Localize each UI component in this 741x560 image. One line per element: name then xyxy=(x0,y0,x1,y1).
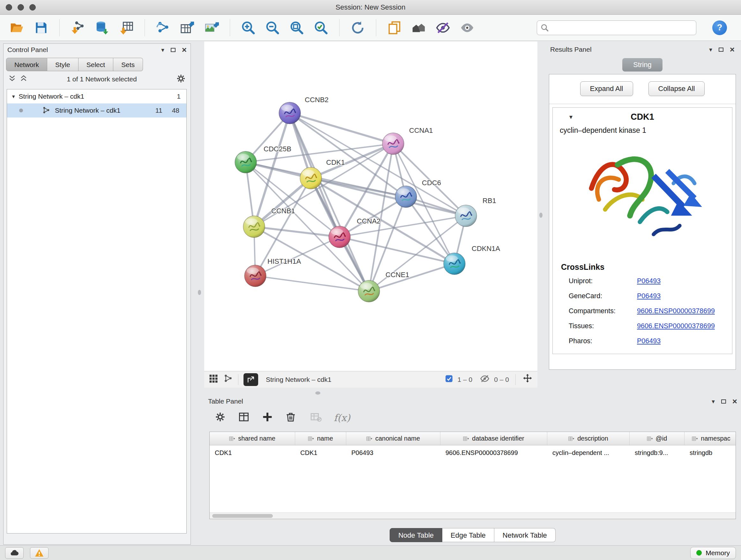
section-collapse-icon[interactable]: ▾ xyxy=(569,113,572,121)
birdseye-view-button[interactable] xyxy=(244,373,258,386)
export-image-button[interactable] xyxy=(203,19,220,37)
control-panel-float-icon[interactable] xyxy=(171,48,176,52)
control-panel-collapse-icon[interactable]: ▾ xyxy=(161,46,164,54)
show-columns-icon[interactable] xyxy=(238,411,250,424)
help-button[interactable]: ? xyxy=(712,20,727,35)
column-header-shared-name[interactable]: shared name xyxy=(210,432,295,445)
zoom-selected-button[interactable] xyxy=(313,19,330,37)
tab-node-table[interactable]: Node Table xyxy=(390,528,442,542)
edge-HIST1H1A-CCNE1[interactable] xyxy=(255,276,369,291)
edge-CCNB1-CCNA2[interactable] xyxy=(254,227,340,237)
save-session-button[interactable] xyxy=(32,19,50,37)
network-node-CCNB1[interactable]: CCNB1 xyxy=(243,207,295,238)
search-input[interactable] xyxy=(537,20,696,35)
function-builder-icon[interactable]: f(x) xyxy=(334,412,350,423)
control-panel-close-icon[interactable]: × xyxy=(182,47,187,53)
tab-style[interactable]: Style xyxy=(47,58,78,71)
results-panel-collapse-icon[interactable]: ▾ xyxy=(709,46,712,53)
network-row-selected[interactable]: String Network – cdk1 11 48 xyxy=(7,104,186,118)
edge-CCNB2-CCNA1[interactable] xyxy=(290,113,393,144)
network-node-HIST1H1A[interactable]: HIST1H1A xyxy=(245,257,301,287)
zoom-out-button[interactable] xyxy=(264,19,281,37)
table-row[interactable]: CDK1CDK1P064939606.ENSP00000378699cyclin… xyxy=(210,445,736,460)
column-header-description[interactable]: description xyxy=(547,432,630,445)
table-panel-close-icon[interactable]: × xyxy=(732,398,737,405)
column-header-name[interactable]: name xyxy=(295,432,346,445)
column-header-canonical-name[interactable]: canonical name xyxy=(346,432,441,445)
edge-CCNB2-CCNE1[interactable] xyxy=(290,113,369,291)
crosslink-value-link[interactable]: P06493 xyxy=(637,292,661,300)
selected-checkbox-icon[interactable] xyxy=(445,374,453,384)
scrollbar-thumb[interactable] xyxy=(212,514,273,518)
table-panel-float-icon[interactable] xyxy=(721,399,726,403)
crosslink-value-link[interactable]: 9606.ENSP00000378699 xyxy=(637,322,715,330)
show-elements-button[interactable] xyxy=(459,19,476,37)
network-view[interactable]: CCNB2CCNA1CDC25BCDK1CDC6RB1CCNB1CCNA2CDK… xyxy=(204,42,537,371)
import-network-file-button[interactable] xyxy=(69,19,86,37)
network-node-CCNB2[interactable]: CCNB2 xyxy=(279,96,329,124)
collapse-all-button[interactable]: Collapse All xyxy=(649,81,705,96)
import-table-button[interactable] xyxy=(118,19,135,37)
tree-expand-icon[interactable]: ▾ xyxy=(12,93,15,100)
delete-column-icon[interactable] xyxy=(285,412,296,424)
right-splitter-handle[interactable] xyxy=(539,212,542,218)
network-share-icon[interactable] xyxy=(223,374,233,385)
tab-sets[interactable]: Sets xyxy=(113,58,143,71)
edge-CDKN1A-CCNE1[interactable] xyxy=(369,264,455,291)
table-panel-collapse-icon[interactable]: ▾ xyxy=(712,398,715,405)
expand-all-button[interactable]: Expand All xyxy=(580,81,633,96)
export-table-button[interactable] xyxy=(179,19,196,37)
hide-elements-button[interactable] xyxy=(434,19,452,37)
left-splitter-handle[interactable] xyxy=(198,290,201,295)
network-options-gear-icon[interactable] xyxy=(176,73,186,85)
protein-section-header[interactable]: ▾ CDK1 xyxy=(553,108,732,126)
zoom-window-button[interactable] xyxy=(29,4,36,10)
cloud-button[interactable] xyxy=(5,547,23,559)
column-header-id[interactable]: @id xyxy=(630,432,684,445)
column-header-namespac[interactable]: namespac xyxy=(684,432,736,445)
network-node-CDKN1A[interactable]: CDKN1A xyxy=(444,245,500,274)
home-view-button[interactable] xyxy=(410,19,427,37)
expand-all-tree-icon[interactable] xyxy=(19,74,28,84)
edge-CCNB2-RB1[interactable] xyxy=(290,113,466,216)
tab-string[interactable]: String xyxy=(622,58,662,71)
pan-move-icon[interactable] xyxy=(522,373,533,386)
results-panel-float-icon[interactable] xyxy=(719,48,724,52)
bottom-splitter-handle[interactable] xyxy=(315,391,320,395)
refresh-button[interactable] xyxy=(349,19,366,37)
warning-button[interactable] xyxy=(30,547,49,559)
table-panel: Table Panel ▾ × f(x) shared namenamecano… xyxy=(207,395,738,544)
close-window-button[interactable] xyxy=(6,4,12,10)
edge-CCNA2-HIST1H1A[interactable] xyxy=(255,237,340,276)
table-settings-gear-icon[interactable] xyxy=(214,411,226,424)
tab-select[interactable]: Select xyxy=(78,58,113,71)
zoom-in-button[interactable] xyxy=(240,19,257,37)
network-node-CCNA2[interactable]: CCNA2 xyxy=(329,217,381,248)
new-network-button[interactable] xyxy=(154,19,172,37)
tab-network[interactable]: Network xyxy=(6,58,47,71)
hidden-eye-slash-icon[interactable] xyxy=(480,374,489,385)
zoom-fit-button[interactable] xyxy=(288,19,306,37)
crosslink-value-link[interactable]: P06493 xyxy=(637,337,661,345)
tab-edge-table[interactable]: Edge Table xyxy=(442,528,494,542)
crosslink-value-link[interactable]: 9606.ENSP00000378699 xyxy=(637,307,715,315)
memory-button[interactable]: Memory xyxy=(690,547,736,559)
import-network-database-button[interactable] xyxy=(93,19,111,37)
add-column-icon[interactable] xyxy=(262,411,273,424)
column-header-database-identifier[interactable]: database identifier xyxy=(441,432,547,445)
open-session-button[interactable] xyxy=(8,19,25,37)
results-panel-close-icon[interactable]: × xyxy=(730,46,735,53)
network-canvas[interactable]: CCNB2CCNA1CDC25BCDK1CDC6RB1CCNB1CCNA2CDK… xyxy=(204,42,537,371)
network-collection-row[interactable]: ▾ String Network – cdk1 1 xyxy=(7,89,186,104)
network-node-RB1[interactable]: RB1 xyxy=(455,197,496,227)
table-horizontal-scrollbar[interactable] xyxy=(210,512,736,519)
network-node-CCNA1[interactable]: CCNA1 xyxy=(382,126,433,154)
copy-button[interactable] xyxy=(386,19,403,37)
delete-table-icon-disabled xyxy=(310,411,322,424)
collapse-all-tree-icon[interactable] xyxy=(8,74,16,84)
tab-network-table[interactable]: Network Table xyxy=(494,528,556,542)
network-node-CDC25B[interactable]: CDC25B xyxy=(235,145,291,173)
crosslink-value-link[interactable]: P06493 xyxy=(637,277,661,285)
grid-view-icon[interactable] xyxy=(209,374,218,385)
minimize-window-button[interactable] xyxy=(17,4,24,10)
